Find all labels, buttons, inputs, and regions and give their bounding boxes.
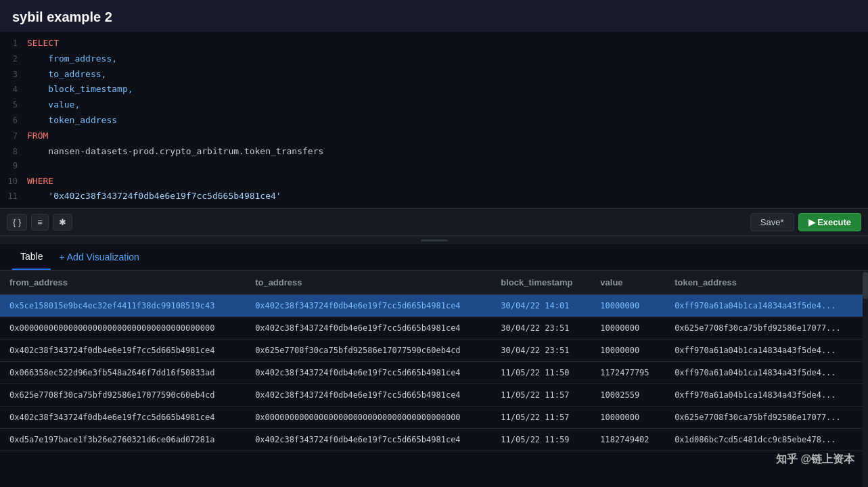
cell-token_address-row-2: 0xff970a61a04b1ca14834a43f5de4...: [665, 340, 868, 362]
results-table-container[interactable]: from_address to_address block_timestamp …: [0, 271, 868, 487]
results-area: Table + Add Visualization from_address t…: [0, 244, 868, 487]
code-line-8: 8 nansen-datasets-prod.crypto_arbitrum.t…: [0, 144, 868, 160]
code-line-7: 7 FROM: [0, 129, 868, 144]
cell-block_timestamp-row-1: 30/04/22 23:51: [491, 317, 591, 340]
cell-to_address-row-1: 0x402c38f343724f0db4e6e19f7cc5d665b4981c…: [246, 317, 491, 340]
panel-divider[interactable]: [0, 236, 868, 244]
cell-from_address-row-3: 0x066358ec522d96e3fb548a2646f7dd16f50833…: [0, 362, 246, 384]
code-line-4: 4 block_timestamp,: [0, 82, 868, 97]
cell-block_timestamp-row-3: 11/05/22 11:50: [491, 362, 591, 384]
cell-from_address-row-2: 0x402c38f343724f0db4e6e19f7cc5d665b4981c…: [0, 340, 246, 362]
cell-token_address-row-3: 0xff970a61a04b1ca14834a43f5de4...: [665, 362, 868, 384]
code-line-6: 6 token_address: [0, 113, 868, 129]
cell-token_address-row-1: 0x625e7708f30ca75bfd92586e17077...: [665, 317, 868, 340]
cell-to_address-row-2: 0x625e7708f30ca75bfd92586e17077590c60eb4…: [246, 340, 491, 362]
table-row: 0x5ce158015e9bc4ec32ef4411f38dc99108519c…: [0, 295, 868, 317]
format-json-button[interactable]: { }: [7, 214, 27, 231]
format-table-button[interactable]: ≡: [31, 214, 49, 231]
col-header-from-address: from_address: [0, 271, 246, 295]
vertical-scrollbar[interactable]: [863, 271, 868, 487]
code-line-11: 11 '0x402c38f343724f0db4e6e19f7cc5d665b4…: [0, 189, 868, 204]
results-tabs: Table + Add Visualization: [0, 244, 868, 271]
cell-from_address-row-4: 0x625e7708f30ca75bfd92586e17077590c60eb4…: [0, 384, 246, 407]
col-header-to-address: to_address: [246, 271, 491, 295]
col-header-value: value: [591, 271, 665, 295]
cell-token_address-row-0: 0xff970a61a04b1ca14834a43f5de4...: [665, 295, 868, 317]
cell-block_timestamp-row-5: 11/05/22 11:57: [491, 407, 591, 429]
cell-from_address-row-0: 0x5ce158015e9bc4ec32ef4411f38dc99108519c…: [0, 295, 246, 317]
table-row: 0x402c38f343724f0db4e6e19f7cc5d665b4981c…: [0, 407, 868, 429]
cell-block_timestamp-row-0: 30/04/22 14:01: [491, 295, 591, 317]
cell-block_timestamp-row-4: 11/05/22 11:57: [491, 384, 591, 407]
cell-to_address-row-4: 0x402c38f343724f0db4e6e19f7cc5d665b4981c…: [246, 384, 491, 407]
code-line-3: 3 to_address,: [0, 67, 868, 83]
save-button[interactable]: Save*: [750, 213, 794, 231]
page-title: sybil example 2: [0, 0, 868, 32]
cell-to_address-row-5: 0x00000000000000000000000000000000000000…: [246, 407, 491, 429]
cell-block_timestamp-row-6: 11/05/22 11:59: [491, 429, 591, 451]
table-row: 0x00000000000000000000000000000000000000…: [0, 317, 868, 340]
add-visualization-button[interactable]: + Add Visualization: [51, 245, 147, 269]
col-header-token-address: token_address: [665, 271, 868, 295]
execute-button[interactable]: ▶ Execute: [798, 213, 861, 231]
code-editor[interactable]: 1 SELECT 2 from_address, 3 to_address, 4…: [0, 32, 868, 209]
cell-block_timestamp-row-2: 30/04/22 23:51: [491, 340, 591, 362]
format-extra-button[interactable]: ✱: [53, 214, 72, 231]
cell-from_address-row-1: 0x00000000000000000000000000000000000000…: [0, 317, 246, 340]
cell-token_address-row-5: 0x625e7708f30ca75bfd92586e17077...: [665, 407, 868, 429]
cell-to_address-row-3: 0x402c38f343724f0db4e6e19f7cc5d665b4981c…: [246, 362, 491, 384]
cell-value-row-5: 10000000: [591, 407, 665, 429]
results-table: from_address to_address block_timestamp …: [0, 271, 868, 451]
code-line-9: 9: [0, 159, 868, 173]
scrollbar-thumb[interactable]: [863, 272, 868, 299]
cell-from_address-row-6: 0xd5a7e197bace1f3b26e2760321d6ce06ad0728…: [0, 429, 246, 451]
table-row: 0x066358ec522d96e3fb548a2646f7dd16f50833…: [0, 362, 868, 384]
table-row: 0xd5a7e197bace1f3b26e2760321d6ce06ad0728…: [0, 429, 868, 451]
table-header-row: from_address to_address block_timestamp …: [0, 271, 868, 295]
cell-token_address-row-6: 0x1d086bc7cd5c481dcc9c85ebe478...: [665, 429, 868, 451]
cell-token_address-row-4: 0xff970a61a04b1ca14834a43f5de4...: [665, 384, 868, 407]
code-line-2: 2 from_address,: [0, 51, 868, 67]
col-header-block-timestamp: block_timestamp: [491, 271, 591, 295]
cell-value-row-3: 1172477795: [591, 362, 665, 384]
cell-to_address-row-6: 0x402c38f343724f0db4e6e19f7cc5d665b4981c…: [246, 429, 491, 451]
toolbar: { } ≡ ✱ Save* ▶ Execute: [0, 209, 868, 236]
cell-value-row-2: 10000000: [591, 340, 665, 362]
code-line-1: 1 SELECT: [0, 36, 868, 51]
cell-from_address-row-5: 0x402c38f343724f0db4e6e19f7cc5d665b4981c…: [0, 407, 246, 429]
cell-to_address-row-0: 0x402c38f343724f0db4e6e19f7cc5d665b4981c…: [246, 295, 491, 317]
cell-value-row-0: 10000000: [591, 295, 665, 317]
code-line-10: 10 WHERE: [0, 174, 868, 189]
code-line-5: 5 value,: [0, 97, 868, 113]
cell-value-row-6: 1182749402: [591, 429, 665, 451]
cell-value-row-1: 10000000: [591, 317, 665, 340]
cell-value-row-4: 10002559: [591, 384, 665, 407]
table-row: 0x625e7708f30ca75bfd92586e17077590c60eb4…: [0, 384, 868, 407]
tab-table[interactable]: Table: [12, 244, 51, 270]
table-row: 0x402c38f343724f0db4e6e19f7cc5d665b4981c…: [0, 340, 868, 362]
